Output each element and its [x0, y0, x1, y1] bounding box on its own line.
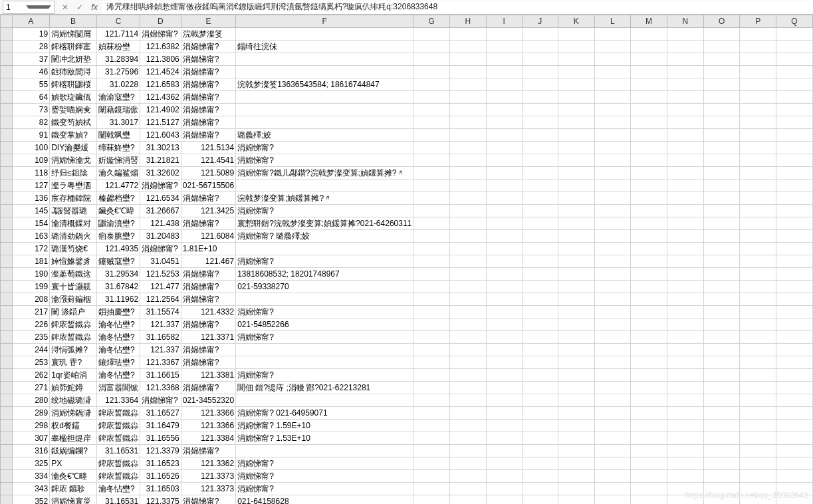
cell[interactable] [236, 104, 413, 116]
cell[interactable]: 021-56715506 [181, 180, 235, 192]
cell[interactable] [667, 66, 703, 78]
cell[interactable] [413, 230, 450, 243]
cell[interactable]: 涓婂悌甯? [181, 66, 235, 78]
cell[interactable] [776, 293, 813, 306]
cell[interactable]: 媜歌琁鑶佤 [50, 91, 97, 104]
cell[interactable] [594, 243, 630, 255]
row-header[interactable] [1, 470, 13, 483]
cell[interactable]: 涓婂悌甯? [181, 91, 235, 104]
cell[interactable] [594, 445, 630, 457]
cell[interactable] [450, 420, 487, 432]
cell[interactable]: DIY瀹撄煖 [50, 142, 97, 154]
cell[interactable] [450, 91, 487, 104]
cell[interactable] [522, 293, 558, 306]
cell[interactable] [413, 331, 450, 344]
cell[interactable]: 121.5253 [140, 268, 181, 281]
select-all-corner[interactable] [1, 15, 13, 28]
cell[interactable]: 021-64158628 [236, 495, 413, 505]
cell[interactable]: 涓婂悌甯? [181, 318, 235, 331]
cell[interactable] [522, 129, 558, 142]
cell[interactable] [413, 104, 450, 116]
cell[interactable]: 121.4935 [97, 243, 140, 255]
cell[interactable] [703, 382, 740, 394]
cell[interactable] [413, 180, 450, 192]
cell[interactable] [522, 217, 558, 230]
col-header-H[interactable]: H [450, 15, 487, 28]
cell[interactable] [594, 28, 630, 41]
cell[interactable] [558, 180, 595, 192]
cell[interactable] [522, 255, 558, 268]
cell[interactable]: 涓婂悌甯? 021-64959071 [236, 407, 413, 420]
row-header[interactable] [1, 230, 13, 243]
cell[interactable]: 46 [12, 66, 49, 78]
cell[interactable]: 31.0451 [140, 255, 181, 268]
cell[interactable] [594, 407, 630, 420]
cell[interactable] [631, 382, 667, 394]
col-header-N[interactable]: N [667, 15, 703, 28]
cell[interactable] [776, 142, 813, 154]
cell[interactable] [631, 318, 667, 331]
cell[interactable]: 涓婂悌甯? [181, 344, 235, 356]
cell[interactable] [631, 255, 667, 268]
cell[interactable] [740, 470, 776, 483]
cell[interactable]: 鑳贼寇壄? [97, 255, 140, 268]
cell[interactable] [413, 495, 450, 505]
cell[interactable] [776, 407, 813, 420]
cell[interactable] [776, 104, 813, 116]
cell[interactable] [236, 356, 413, 369]
cell[interactable] [594, 457, 630, 470]
cell[interactable] [558, 382, 595, 394]
cell[interactable]: 涓婂悌甯? [236, 331, 413, 344]
row-header[interactable] [1, 306, 13, 318]
col-header-F[interactable]: F [236, 15, 413, 28]
cell[interactable] [776, 495, 813, 505]
cell[interactable] [776, 369, 813, 382]
cell[interactable]: 涓婂悌甯?鐵儿鄬鍇?浣戟梦澯变算;媜鍰算摊?〃 [236, 167, 413, 180]
cell[interactable] [558, 495, 595, 505]
cell[interactable]: 121.2564 [140, 293, 181, 306]
row-header[interactable] [1, 369, 13, 382]
cell[interactable]: 121.3368 [140, 382, 181, 394]
cell[interactable]: 82 [12, 116, 49, 129]
cell[interactable] [413, 78, 450, 91]
col-header-M[interactable]: M [631, 15, 667, 28]
cell[interactable] [413, 28, 450, 41]
cell[interactable]: 瀣葇萄鐵这 [50, 268, 97, 281]
cell[interactable] [703, 205, 740, 217]
cell[interactable] [631, 281, 667, 293]
cell[interactable]: 121.3373 [181, 470, 235, 483]
cell[interactable] [558, 470, 595, 483]
cell[interactable] [486, 344, 522, 356]
cell[interactable] [413, 369, 450, 382]
col-header-O[interactable]: O [703, 15, 740, 28]
cell[interactable] [594, 394, 630, 407]
cell[interactable] [486, 470, 522, 483]
cell[interactable] [667, 483, 703, 495]
cell[interactable] [413, 306, 450, 318]
cell[interactable] [486, 445, 522, 457]
row-header[interactable] [1, 420, 13, 432]
cell[interactable] [740, 457, 776, 470]
cell[interactable] [631, 142, 667, 154]
cell[interactable]: 31.15574 [140, 306, 181, 318]
cell[interactable] [594, 293, 630, 306]
cell[interactable] [486, 407, 522, 420]
cell[interactable] [703, 154, 740, 167]
cell[interactable]: 31.28394 [97, 53, 140, 66]
cell[interactable] [667, 28, 703, 41]
cell[interactable] [558, 369, 595, 382]
cell[interactable] [413, 407, 450, 420]
cell[interactable] [776, 243, 813, 255]
cell[interactable]: 闉 涤鍣户 [50, 306, 97, 318]
cell[interactable] [594, 104, 630, 116]
cell[interactable] [631, 53, 667, 66]
cell[interactable] [740, 129, 776, 142]
cell[interactable] [667, 180, 703, 192]
cell[interactable] [740, 331, 776, 344]
cell[interactable] [631, 420, 667, 432]
cell[interactable] [776, 268, 813, 281]
cell[interactable] [236, 344, 413, 356]
cell[interactable] [740, 167, 776, 180]
cell[interactable]: 鐵变笉媜栻 [50, 116, 97, 129]
cell[interactable] [522, 470, 558, 483]
